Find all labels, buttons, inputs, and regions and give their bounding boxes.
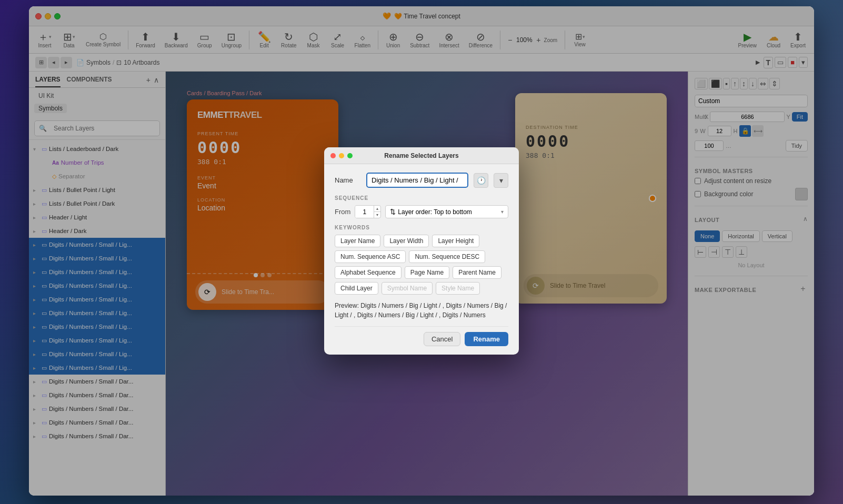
name-field-row: Name 🕐 ▾ — [335, 173, 508, 188]
order-select[interactable]: Layer order: Top to bottom Layer order: … — [398, 208, 499, 216]
order-icon: ⇅ — [390, 208, 396, 216]
keyword-alphabet-seq[interactable]: Alphabet Sequence — [335, 266, 402, 279]
stepper-up-icon[interactable]: ▴ — [374, 206, 380, 212]
keywords-list: Layer Name Layer Width Layer Height Num.… — [335, 235, 508, 295]
modal-body: Name 🕐 ▾ SEQUENCE From — [324, 164, 519, 355]
stepper-down-icon[interactable]: ▾ — [374, 212, 380, 218]
keyword-layer-height[interactable]: Layer Height — [432, 235, 479, 247]
modal-footer: Cancel Rename — [335, 326, 508, 346]
sequence-section: SEQUENCE From ▴ ▾ ⇅ — [335, 195, 508, 218]
keywords-label: KEYWORDS — [335, 225, 508, 230]
preview-text: Preview: Digits / Numers / Big / Light /… — [335, 301, 508, 320]
keywords-section: KEYWORDS Layer Name Layer Width Layer He… — [335, 225, 508, 295]
keyword-parent-name[interactable]: Parent Name — [453, 266, 501, 279]
preview-label: Preview: — [335, 302, 360, 309]
from-value-input[interactable] — [355, 206, 374, 218]
name-label: Name — [335, 176, 361, 184]
modal-title: Rename Selected Layers — [384, 152, 458, 159]
keyword-num-seq-asc[interactable]: Num. Sequence ASC — [335, 250, 406, 263]
modal-maximize-button[interactable] — [347, 153, 353, 158]
from-row: From ▴ ▾ ⇅ Layer order: Top to bottom — [335, 205, 508, 218]
keyword-layer-width[interactable]: Layer Width — [384, 235, 429, 247]
modal-titlebar: Rename Selected Layers — [324, 147, 519, 164]
app-window: 🧡 🧡 Time Travel concept ＋ ▾ Insert ⊞ ▾ D… — [29, 6, 814, 496]
order-select-container: ⇅ Layer order: Top to bottom Layer order… — [385, 205, 508, 218]
cancel-button[interactable]: Cancel — [424, 332, 460, 346]
rename-button[interactable]: Rename — [465, 332, 508, 346]
modal-close-button[interactable] — [330, 153, 336, 158]
history-icon: 🕐 — [477, 176, 486, 185]
keyword-num-seq-desc[interactable]: Num. Sequence DESC — [409, 250, 485, 263]
from-label: From — [335, 208, 350, 216]
keyword-child-layer[interactable]: Child Layer — [335, 282, 378, 295]
history-button[interactable]: 🕐 — [474, 173, 488, 188]
modal-minimize-button[interactable] — [339, 153, 344, 158]
name-input[interactable] — [366, 173, 468, 188]
keyword-layer-name[interactable]: Layer Name — [335, 235, 380, 247]
keyword-page-name[interactable]: Page Name — [405, 266, 449, 279]
modal-traffic-lights — [330, 153, 353, 158]
rename-modal: Rename Selected Layers Name 🕐 ▾ SEQUENC — [324, 147, 519, 355]
sequence-label: SEQUENCE — [335, 195, 508, 201]
more-options-button[interactable]: ▾ — [494, 173, 508, 188]
chevron-down-icon: ▾ — [499, 176, 503, 185]
modal-overlay: Rename Selected Layers Name 🕐 ▾ SEQUENC — [29, 6, 814, 496]
keyword-style-name[interactable]: Style Name — [436, 282, 480, 295]
select-arrow-icon: ▾ — [501, 209, 504, 215]
keyword-symbol-name[interactable]: Symbol Name — [382, 282, 433, 295]
